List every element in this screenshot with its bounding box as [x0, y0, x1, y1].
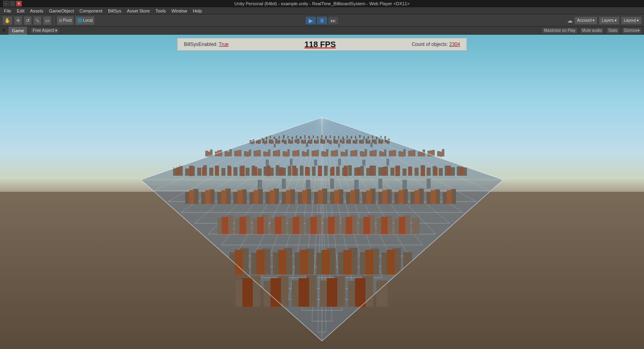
- play-button[interactable]: ▶: [305, 16, 316, 25]
- menu-assetstore[interactable]: Asset Store: [124, 7, 152, 15]
- svg-rect-208: [333, 150, 336, 156]
- svg-rect-435: [427, 179, 431, 189]
- menu-help[interactable]: Help: [190, 7, 204, 15]
- svg-rect-60: [308, 136, 310, 139]
- maximize-on-play-button[interactable]: Maximize on Play: [542, 27, 577, 34]
- aspect-chevron-icon: ▾: [55, 28, 57, 33]
- move-tool-button[interactable]: ✛: [14, 16, 22, 25]
- svg-rect-427: [386, 159, 389, 166]
- svg-rect-334: [318, 190, 323, 204]
- svg-rect-262: [427, 168, 431, 176]
- svg-rect-67: [338, 136, 339, 139]
- svg-rect-272: [215, 166, 219, 176]
- svg-rect-376: [399, 217, 405, 234]
- svg-rect-142: [374, 139, 376, 144]
- menu-component[interactable]: Component: [77, 7, 105, 15]
- pause-button[interactable]: ⏸: [316, 16, 328, 25]
- svg-rect-72: [359, 135, 361, 138]
- account-dropdown[interactable]: Account ▾: [574, 17, 597, 25]
- svg-rect-117: [372, 139, 374, 143]
- pause-icon: ⏸: [319, 17, 325, 24]
- svg-rect-219: [440, 152, 442, 157]
- svg-rect-271: [202, 167, 206, 176]
- svg-rect-126: [271, 139, 273, 144]
- pivot-button[interactable]: ⊙ Pivot: [57, 16, 74, 25]
- svg-rect-145: [205, 151, 208, 156]
- local-icon: 🌐: [77, 18, 82, 23]
- svg-rect-260: [415, 168, 419, 176]
- svg-rect-224: [197, 168, 201, 176]
- svg-rect-201: [266, 152, 268, 156]
- svg-rect-83: [262, 139, 264, 143]
- svg-rect-286: [395, 166, 399, 176]
- close-button[interactable]: ✕: [16, 1, 22, 6]
- layout-dropdown[interactable]: Layout ▾: [621, 17, 642, 25]
- menu-file[interactable]: File: [2, 7, 14, 15]
- svg-rect-205: [304, 152, 307, 156]
- svg-rect-337: [366, 190, 372, 204]
- svg-rect-64: [325, 136, 327, 139]
- menu-gameobject[interactable]: GameObject: [47, 7, 76, 15]
- rotate-tool-button[interactable]: ↺: [24, 16, 32, 25]
- svg-rect-289: [434, 167, 438, 176]
- svg-rect-429: [282, 179, 286, 189]
- svg-rect-157: [263, 152, 266, 156]
- stats-button[interactable]: Stats: [606, 27, 619, 34]
- svg-rect-419: [306, 143, 308, 147]
- minimize-button[interactable]: –: [3, 1, 9, 6]
- svg-rect-284: [369, 166, 374, 176]
- svg-rect-264: [439, 168, 443, 176]
- game-icon: ©: [2, 28, 5, 33]
- svg-rect-91: [288, 139, 290, 143]
- rotate-icon: ↺: [26, 18, 30, 23]
- svg-rect-51: [270, 135, 271, 138]
- svg-rect-129: [290, 141, 292, 144]
- svg-rect-161: [283, 151, 285, 156]
- svg-rect-416: [327, 278, 337, 307]
- menu-assets[interactable]: Assets: [28, 7, 46, 15]
- layers-dropdown[interactable]: Layers ▾: [599, 17, 619, 25]
- hud-overlay: BillSysEnabled: True 118 FPS Count of ob…: [177, 38, 467, 51]
- svg-rect-328: [221, 190, 226, 204]
- hand-tool-button[interactable]: ✋: [2, 16, 12, 25]
- mute-audio-button[interactable]: Mute audio: [580, 27, 604, 34]
- game-panel-header: © Game Free Aspect ▾ Maximize on Play Mu…: [0, 27, 644, 35]
- svg-rect-139: [355, 140, 356, 144]
- game-tab[interactable]: Game: [8, 27, 27, 35]
- menu-bar: File Edit Assets GameObject Component Bi…: [0, 7, 644, 15]
- gizmos-button[interactable]: Gizmos ▾: [622, 27, 642, 34]
- svg-rect-269: [176, 167, 180, 176]
- aspect-dropdown[interactable]: Free Aspect ▾: [31, 27, 59, 34]
- game-viewport: BillSysEnabled: True 118 FPS Count of ob…: [0, 35, 644, 349]
- svg-rect-167: [312, 151, 314, 156]
- svg-rect-182: [384, 150, 386, 156]
- svg-rect-432: [354, 180, 359, 189]
- play-icon: ▶: [309, 17, 313, 24]
- svg-rect-70: [351, 136, 352, 139]
- layers-chevron-icon: ▾: [615, 18, 617, 23]
- maximize-button[interactable]: □: [10, 1, 15, 6]
- svg-rect-256: [390, 168, 394, 176]
- layout-label: Layout: [624, 18, 636, 23]
- svg-rect-197: [227, 152, 229, 156]
- menu-window[interactable]: Window: [169, 7, 190, 15]
- layout-chevron-icon: ▾: [637, 18, 639, 23]
- menu-billsys[interactable]: BillSys: [105, 7, 124, 15]
- step-button[interactable]: ⏭: [328, 16, 339, 25]
- svg-rect-366: [222, 217, 228, 234]
- svg-rect-285: [382, 167, 386, 176]
- scale-tool-button[interactable]: ⤡: [33, 16, 41, 25]
- scene-svg: [0, 35, 644, 349]
- menu-tools[interactable]: Tools: [153, 7, 168, 15]
- svg-rect-149: [225, 151, 227, 156]
- svg-rect-434: [402, 180, 407, 189]
- menu-edit[interactable]: Edit: [14, 7, 27, 15]
- svg-rect-417: [355, 278, 365, 307]
- svg-rect-206: [314, 150, 317, 156]
- rect-tool-button[interactable]: ▭: [43, 16, 52, 25]
- toolbar: ✋ ✛ ↺ ⤡ ▭ ⊙ Pivot 🌐 Local ▶ ⏸ ⏭ ☁ Accoun…: [0, 15, 644, 27]
- svg-rect-374: [363, 217, 370, 234]
- local-button[interactable]: 🌐 Local: [75, 16, 95, 25]
- panel-controls-right: Maximize on Play Mute audio Stats Gizmos…: [542, 27, 642, 34]
- pivot-label: Pivot: [63, 18, 72, 23]
